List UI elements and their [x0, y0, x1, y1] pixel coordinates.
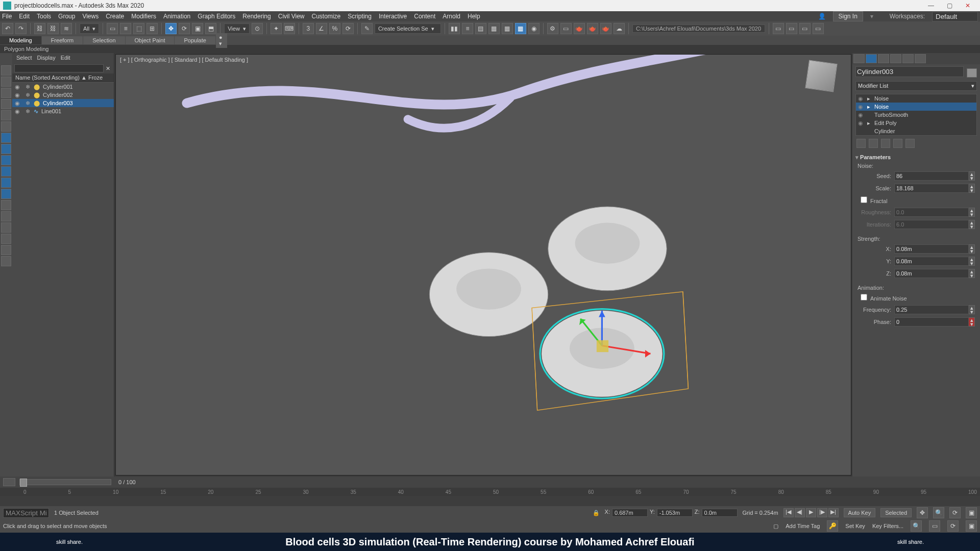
proj-btn-3[interactable]: ▭ [799, 23, 811, 34]
unique-button[interactable] [881, 139, 890, 148]
frequency-input[interactable] [894, 305, 969, 314]
tab-hierarchy[interactable] [878, 54, 889, 63]
goto-end-button[interactable]: ▶| [828, 508, 839, 517]
eye-icon[interactable]: ◉ [13, 84, 21, 90]
toggle-ribbon-button[interactable]: ▦ [488, 23, 500, 34]
scale-spinner[interactable]: ▴▾ [969, 184, 975, 193]
modifier-list-dropdown[interactable]: Modifier List▾ [855, 81, 977, 91]
explorer-ic-4[interactable] [1, 99, 11, 109]
menu-arnold[interactable]: Arnold [443, 13, 460, 20]
seed-spinner[interactable]: ▴▾ [969, 171, 975, 181]
nav-zoom-button[interactable]: 🔍 [933, 507, 944, 518]
explorer-ic-18[interactable] [1, 256, 11, 266]
track-bar[interactable] [0, 496, 980, 506]
goto-start-button[interactable]: |◀ [783, 508, 794, 517]
explorer-ic-10[interactable] [1, 166, 11, 177]
explorer-tab-select[interactable]: Select [16, 55, 32, 62]
phase-input[interactable] [894, 317, 969, 327]
proj-btn-1[interactable]: ▭ [773, 23, 784, 34]
strength-x-spinner[interactable]: ▴▾ [969, 244, 975, 254]
set-key-large-button[interactable]: 🔑 [827, 520, 838, 532]
tab-modify[interactable] [866, 54, 877, 63]
named-sel-dropdown[interactable]: Create Selection Se ▾ [375, 23, 441, 34]
freeze-icon[interactable]: ❄ [23, 100, 32, 107]
select-rotate-button[interactable]: ⟳ [179, 23, 190, 34]
explorer-ic-12[interactable] [1, 189, 11, 199]
ribbon-tab-modeling[interactable]: Modeling [0, 36, 41, 44]
eye-icon[interactable]: ◉ [13, 108, 21, 115]
coord-x-input[interactable] [612, 509, 648, 517]
time-tag-button[interactable]: Add Time Tag [786, 523, 820, 529]
schematic-view-button[interactable]: ▦ [515, 23, 526, 34]
material-editor-button[interactable]: ◉ [528, 23, 540, 34]
explorer-ic-6[interactable] [1, 121, 11, 132]
list-item[interactable]: ◉ ❄ ⬤ Cylinder001 [12, 83, 114, 91]
explorer-header[interactable]: Name (Sorted Ascending) ▲ Froze [12, 73, 114, 83]
coord-z-input[interactable] [702, 509, 738, 517]
seed-input[interactable] [894, 171, 969, 181]
list-item[interactable]: ◉ ❄ ∿ Line001 [12, 107, 114, 115]
render-iter-button[interactable]: 🫖 [600, 23, 611, 34]
select-scale-button[interactable]: ▣ [192, 23, 203, 34]
workspace-dropdown[interactable] [932, 12, 978, 21]
eye-icon[interactable]: ◉ [858, 95, 864, 102]
auto-key-button[interactable]: Auto Key [844, 508, 876, 517]
ribbon-tab-selection[interactable]: Selection [83, 36, 125, 44]
select-place-button[interactable]: ⬒ [205, 23, 216, 34]
menu-modifiers[interactable]: Modifiers [131, 13, 156, 20]
list-item[interactable]: ◉ ❄ ⬤ Cylinder003 [12, 99, 114, 107]
freeze-icon[interactable]: ❄ [23, 92, 32, 98]
rollout-parameters[interactable]: Parameters [855, 154, 977, 161]
minimize-button[interactable]: — [922, 2, 940, 9]
render-cloud-button[interactable]: ☁ [614, 23, 625, 34]
explorer-ic-7[interactable] [1, 133, 11, 143]
show-end-button[interactable] [869, 139, 878, 148]
eye-icon[interactable]: ◉ [858, 120, 864, 127]
stack-row[interactable]: ◉▸Noise [856, 103, 976, 111]
undo-button[interactable]: ↶ [2, 23, 13, 34]
percent-snap-button[interactable]: % [329, 23, 340, 34]
nav-orbit-button[interactable]: ⟳ [949, 507, 961, 518]
snap-toggle-button[interactable]: 3 [303, 23, 314, 34]
object-name-field[interactable] [855, 66, 964, 77]
menu-animation[interactable]: Animation [163, 13, 190, 20]
prev-frame-button[interactable]: ◀| [795, 508, 805, 517]
nav-orbit2-button[interactable]: ⟳ [947, 520, 959, 532]
tab-utilities[interactable] [915, 54, 926, 63]
menu-group[interactable]: Group [58, 13, 75, 20]
menu-content[interactable]: Content [414, 13, 435, 20]
menu-customize[interactable]: Customize [312, 13, 341, 20]
timeline[interactable]: 0 5 10 15 20 25 30 35 40 45 50 55 60 65 … [0, 488, 980, 496]
explorer-ic-13[interactable] [1, 200, 11, 210]
explorer-tab-display[interactable]: Display [37, 55, 56, 62]
stack-row[interactable]: ◉ TurboSmooth [856, 111, 976, 119]
menu-interactive[interactable]: Interactive [379, 13, 407, 20]
stack-row[interactable]: ◉▸Edit Poly [856, 119, 976, 127]
tab-motion[interactable] [890, 54, 901, 63]
nav-max-button[interactable]: ▣ [966, 507, 977, 518]
pin-stack-button[interactable] [856, 139, 866, 148]
animate-noise-checkbox[interactable] [861, 294, 867, 300]
tab-display[interactable] [902, 54, 914, 63]
project-path[interactable] [632, 24, 765, 33]
explorer-ic-15[interactable] [1, 222, 11, 233]
select-name-button[interactable]: ≡ [120, 23, 131, 34]
explorer-ic-14[interactable] [1, 211, 11, 221]
menu-tools[interactable]: Tools [37, 13, 51, 20]
render-frame-button[interactable]: ▭ [560, 23, 572, 34]
menu-file[interactable]: File [2, 13, 12, 20]
eye-icon[interactable]: ◉ [13, 100, 21, 107]
nav-zoom2-button[interactable]: 🔍 [911, 520, 922, 532]
redo-button[interactable]: ↷ [15, 23, 27, 34]
nav-pan-button[interactable]: ✥ [917, 507, 928, 518]
explorer-tab-edit[interactable]: Edit [61, 55, 70, 62]
strength-z-input[interactable] [894, 269, 969, 278]
keymode-button[interactable]: ⌨ [284, 23, 295, 34]
next-frame-button[interactable]: |▶ [817, 508, 827, 517]
curve-editor-button[interactable]: ▦ [502, 23, 513, 34]
explorer-ic-11[interactable] [1, 178, 11, 188]
ribbon-tab-populate[interactable]: Populate [175, 36, 215, 44]
render-prod-button[interactable]: 🫖 [587, 23, 598, 34]
strength-y-input[interactable] [894, 257, 969, 266]
angle-snap-button[interactable]: ∠ [316, 23, 327, 34]
